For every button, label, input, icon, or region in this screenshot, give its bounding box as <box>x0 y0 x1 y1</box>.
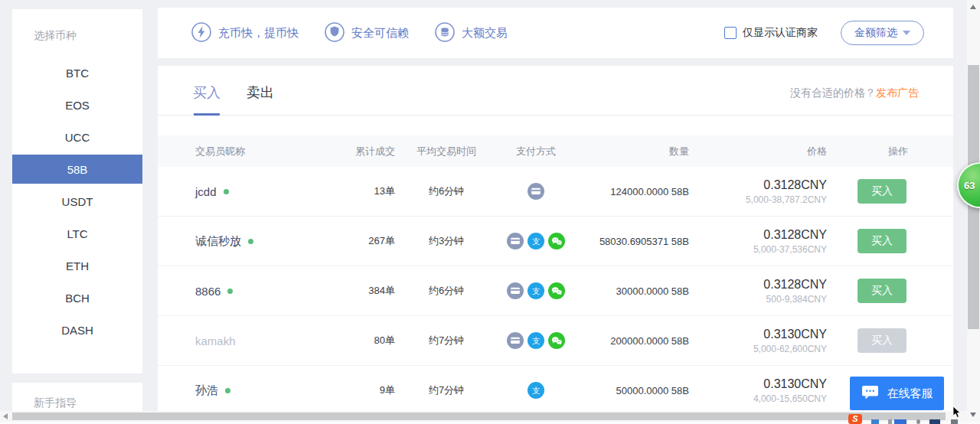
verified-only-filter: 仅显示认证商家 <box>724 26 818 40</box>
verified-only-checkbox[interactable] <box>724 27 737 39</box>
post-ad-link[interactable]: 发布广告 <box>876 86 919 99</box>
price-value: 0.3128CNY <box>689 228 827 242</box>
feature-label: 充币快，提币快 <box>218 26 299 41</box>
price-value: 0.3130CNY <box>689 328 827 341</box>
feature-label: 大额交易 <box>462 26 508 41</box>
horizontal-scrollbar-thumb[interactable] <box>12 413 946 420</box>
trader-nickname[interactable]: 8866 <box>195 285 220 298</box>
tray-icon[interactable] <box>916 419 920 424</box>
trader-nickname[interactable]: kamakh <box>195 334 236 347</box>
header-nickname: 交易员昵称 <box>195 145 329 158</box>
avg-trade-time: 约3分钟 <box>404 234 488 248</box>
no-price-hint: 没有合适的价格？发布广告 <box>790 66 919 100</box>
orders-count: 9单 <box>329 383 395 397</box>
lightning-icon <box>191 22 211 42</box>
score-badge-ball[interactable]: 63 <box>957 162 980 208</box>
coin-item[interactable]: ETH <box>12 250 142 282</box>
coin-item[interactable]: UCC <box>12 121 142 153</box>
chat-icon <box>861 385 879 402</box>
table-body: jcdd 13单 约6分钟 124000.0000 58B 0.3128CNY … <box>158 167 953 416</box>
header-orders: 累计成交 <box>329 145 395 158</box>
payment-methods: 支 <box>498 332 574 349</box>
header-amount: 数量 <box>574 145 689 158</box>
avg-trade-time: 约6分钟 <box>404 284 488 298</box>
trader-nickname[interactable]: 孙浩 <box>195 383 218 398</box>
table-row: 孙浩 9单 约7分钟 支 50000.0000 58B 0.3130CNY 4,… <box>158 366 953 416</box>
mouse-cursor <box>952 406 962 419</box>
svg-text:支: 支 <box>532 386 541 395</box>
svg-text:支: 支 <box>532 286 541 295</box>
alipay-icon: 支 <box>528 233 544 250</box>
feature-label: 安全可信赖 <box>351 26 409 41</box>
score-badge-value: 63 <box>964 180 975 191</box>
coin-item[interactable]: BTC <box>12 57 142 89</box>
limit-range: 5,000-37,536CNY <box>689 244 827 255</box>
tab-buy[interactable]: 买入 <box>193 66 220 116</box>
amount-filter-button[interactable]: 金额筛选 <box>841 21 924 45</box>
coin-list: BTC EOS UCC 58B USDT LTC ETH <box>12 57 142 346</box>
feature-list: 充币快，提币快 安全可信赖 大额交易 <box>191 22 508 44</box>
online-support-button[interactable]: 在线客服 <box>850 377 944 410</box>
trader-nickname[interactable]: 诚信秒放 <box>195 234 241 249</box>
scroll-down-arrow-icon[interactable] <box>970 413 976 417</box>
feature-item: 大额交易 <box>435 22 508 44</box>
price-value: 0.3130CNY <box>689 377 827 391</box>
scroll-left-arrow-icon[interactable] <box>3 413 8 419</box>
horizontal-scrollbar[interactable] <box>0 411 967 422</box>
beginner-guide-title[interactable]: 新手指导 <box>12 383 142 410</box>
wechat-icon <box>548 332 565 349</box>
payment-methods: 支 <box>498 233 574 250</box>
scroll-up-arrow-icon[interactable] <box>970 5 976 9</box>
price-value: 0.3128CNY <box>689 178 827 192</box>
coin-label: DASH <box>61 324 93 337</box>
limit-range: 4,000-15,650CNY <box>689 393 827 404</box>
coin-label: BTC <box>66 67 89 80</box>
orders-count: 80单 <box>329 334 395 347</box>
buy-button[interactable]: 买入 <box>858 279 906 303</box>
limit-range: 5,000-62,600CNY <box>689 344 827 354</box>
tab-sell[interactable]: 卖出 <box>247 66 274 116</box>
payment-methods <box>498 183 574 200</box>
buy-button[interactable]: 买入 <box>858 229 906 253</box>
amount-filter-label: 金额筛选 <box>854 26 897 40</box>
sogou-input-icon[interactable]: S <box>848 414 862 424</box>
wechat-icon <box>548 282 565 299</box>
orders-count: 267单 <box>329 234 395 248</box>
amount-value: 200000.0000 58B <box>574 335 689 347</box>
coin-item[interactable]: DASH <box>12 314 142 346</box>
buy-button[interactable]: 买入 <box>858 179 906 204</box>
amount-value: 30000.0000 58B <box>574 285 689 297</box>
header-avg-time: 平均交易时间 <box>404 145 488 158</box>
payment-methods: 支 <box>498 382 574 399</box>
tray-icon[interactable] <box>929 419 940 424</box>
coin-item[interactable]: BCH <box>12 282 142 314</box>
header-action: 操作 <box>827 145 919 158</box>
feature-item: 充币快，提币快 <box>191 22 299 44</box>
sidebar-title: 选择币种 <box>12 9 142 43</box>
feature-topbar: 充币快，提币快 安全可信赖 大额交易 仅显示认证商家 金额筛选 <box>158 8 953 58</box>
coin-item[interactable]: LTC <box>12 217 142 250</box>
trade-tabs: 买入 卖出 没有合适的价格？发布广告 <box>158 66 953 116</box>
coin-label: ETH <box>66 259 89 272</box>
price-value: 0.3128CNY <box>689 278 827 292</box>
tray-icon[interactable] <box>888 419 892 424</box>
orders-count: 13单 <box>329 184 395 198</box>
coin-item[interactable]: EOS <box>12 89 142 121</box>
trader-nickname[interactable]: jcdd <box>195 185 217 198</box>
coin-label: USDT <box>62 195 93 208</box>
coin-item[interactable]: 58B <box>12 155 142 184</box>
buy-button[interactable]: 买入 <box>858 328 906 353</box>
chat-icon <box>861 385 879 400</box>
avg-trade-time: 约6分钟 <box>404 184 488 198</box>
bank-card-icon <box>507 282 524 299</box>
table-row: kamakh 80单 约7分钟 支 200000.0000 58B 0.3130… <box>158 316 953 366</box>
tray-icon[interactable] <box>894 419 906 424</box>
table-row: 8866 384单 约6分钟 支 30000.0000 58B 0.3128CN… <box>158 266 953 316</box>
vertical-scrollbar[interactable] <box>967 0 980 422</box>
tray-icon[interactable] <box>871 419 879 424</box>
caret-down-icon <box>903 31 910 35</box>
tray-icon[interactable] <box>951 419 958 424</box>
online-dot <box>225 388 230 393</box>
svg-text:支: 支 <box>532 236 541 246</box>
coin-item[interactable]: USDT <box>12 185 142 217</box>
